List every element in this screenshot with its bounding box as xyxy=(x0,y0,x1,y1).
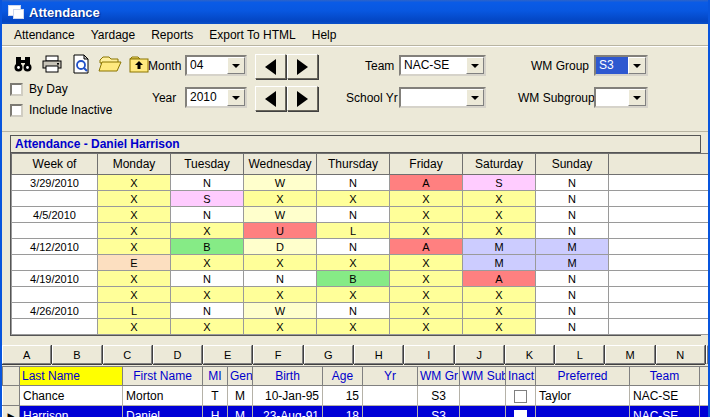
roster-cell[interactable]: NAC-SE xyxy=(630,386,700,406)
month-prev-button[interactable] xyxy=(255,54,286,79)
menu-item-export-to-html[interactable]: Export To HTML xyxy=(201,25,303,45)
year-combo[interactable]: 2010 xyxy=(185,87,247,108)
inact-cell[interactable] xyxy=(506,406,536,417)
attendance-cell[interactable]: X xyxy=(98,191,171,207)
attendance-cell[interactable]: X xyxy=(463,319,536,335)
attendance-cell[interactable]: S xyxy=(463,175,536,191)
roster-cell[interactable]: 15 xyxy=(323,386,363,406)
attendance-cell[interactable]: E xyxy=(98,255,171,271)
attendance-cell[interactable]: N xyxy=(317,175,390,191)
attendance-cell[interactable]: N xyxy=(244,271,317,287)
attendance-cell[interactable]: A xyxy=(463,271,536,287)
attendance-cell[interactable]: X xyxy=(98,287,171,303)
attendance-cell[interactable]: X xyxy=(244,287,317,303)
attendance-cell[interactable]: X xyxy=(390,191,463,207)
roster-cell[interactable] xyxy=(363,386,418,406)
roster-cell[interactable]: S3 xyxy=(418,406,460,417)
attendance-cell[interactable]: N xyxy=(317,207,390,223)
attendance-cell[interactable]: N xyxy=(536,207,609,223)
attendance-cell[interactable]: X xyxy=(390,319,463,335)
roster-col-header-team[interactable]: Team xyxy=(630,367,700,386)
attendance-cell[interactable]: X xyxy=(390,303,463,319)
roster-cell[interactable]: 23-Aug-91 xyxy=(253,406,323,417)
menu-item-attendance[interactable]: Attendance xyxy=(6,25,83,45)
attendance-cell[interactable]: X xyxy=(463,223,536,239)
attendance-cell[interactable]: X xyxy=(98,223,171,239)
attendance-cell[interactable]: X xyxy=(244,191,317,207)
column-letter-button-e[interactable]: E xyxy=(203,345,252,364)
column-letter-button-f[interactable]: F xyxy=(253,345,302,364)
column-letter-button-l[interactable]: L xyxy=(555,345,604,364)
attendance-cell[interactable]: X xyxy=(390,223,463,239)
attendance-cell[interactable]: X xyxy=(171,223,244,239)
roster-cell[interactable]: Harrison xyxy=(20,406,123,417)
attendance-cell[interactable]: X xyxy=(98,175,171,191)
roster-cell[interactable]: Taylor xyxy=(536,386,630,406)
column-letter-button-c[interactable]: C xyxy=(103,345,152,364)
column-letter-button-j[interactable]: J xyxy=(455,345,504,364)
attendance-cell[interactable]: X xyxy=(390,271,463,287)
attendance-cell[interactable]: X xyxy=(171,255,244,271)
column-letter-button-n[interactable]: N xyxy=(656,345,705,364)
attendance-cell[interactable]: X xyxy=(463,287,536,303)
attendance-cell[interactable]: N xyxy=(536,271,609,287)
roster-cell[interactable]: H xyxy=(203,406,228,417)
month-next-button[interactable] xyxy=(287,54,318,79)
menu-item-yardage[interactable]: Yardage xyxy=(83,25,143,45)
attendance-cell[interactable]: X xyxy=(98,319,171,335)
roster-col-header-gen[interactable]: Gen xyxy=(228,367,253,386)
attendance-cell[interactable]: M xyxy=(536,255,609,271)
roster-cell[interactable]: S3 xyxy=(418,386,460,406)
attendance-cell[interactable]: N xyxy=(317,303,390,319)
attendance-cell[interactable]: X xyxy=(98,271,171,287)
attendance-cell[interactable]: X xyxy=(390,255,463,271)
roster-col-header-age[interactable]: Age xyxy=(323,367,363,386)
attendance-cell[interactable]: W xyxy=(244,303,317,319)
roster-cell[interactable]: Chance xyxy=(20,386,123,406)
attendance-cell[interactable]: M xyxy=(463,239,536,255)
wm-subgroup-dropdown-arrow-icon[interactable] xyxy=(628,89,646,106)
roster-cell[interactable]: M xyxy=(228,406,253,417)
attendance-cell[interactable]: B xyxy=(171,239,244,255)
attendance-cell[interactable]: X xyxy=(390,207,463,223)
team-dropdown-arrow-icon[interactable] xyxy=(466,57,484,74)
attendance-cell[interactable]: L xyxy=(98,303,171,319)
attendance-cell[interactable]: N xyxy=(536,303,609,319)
column-letter-button-i[interactable]: I xyxy=(404,345,453,364)
roster-col-header-inact[interactable]: Inact xyxy=(506,367,536,386)
print-preview-icon[interactable] xyxy=(68,52,94,76)
roster-col-header-mi[interactable]: MI xyxy=(203,367,228,386)
year-next-button[interactable] xyxy=(287,86,318,111)
row-selector[interactable] xyxy=(3,386,20,406)
roster-cell[interactable]: Daniel xyxy=(123,406,203,417)
attendance-cell[interactable]: N xyxy=(317,239,390,255)
attendance-cell[interactable]: W xyxy=(244,175,317,191)
roster-cell[interactable]: 10-Jan-95 xyxy=(253,386,323,406)
attendance-cell[interactable]: N xyxy=(536,287,609,303)
attendance-cell[interactable]: U xyxy=(244,223,317,239)
attendance-cell[interactable]: X xyxy=(317,319,390,335)
attendance-cell[interactable]: X xyxy=(463,191,536,207)
year-prev-button[interactable] xyxy=(255,86,286,111)
attendance-cell[interactable]: N xyxy=(536,191,609,207)
attendance-cell[interactable]: X xyxy=(244,255,317,271)
attendance-cell[interactable]: M xyxy=(536,239,609,255)
month-combo[interactable]: 04 xyxy=(185,55,247,76)
attendance-cell[interactable]: S xyxy=(171,191,244,207)
attendance-cell[interactable]: X xyxy=(317,255,390,271)
roster-col-header-birth[interactable]: Birth xyxy=(253,367,323,386)
roster-col-header-first-name[interactable]: First Name xyxy=(123,367,203,386)
column-letter-button-d[interactable]: D xyxy=(153,345,202,364)
find-icon[interactable] xyxy=(10,52,36,76)
attendance-cell[interactable]: W xyxy=(244,207,317,223)
roster-cell[interactable]: Morton xyxy=(123,386,203,406)
attendance-cell[interactable]: B xyxy=(317,271,390,287)
column-letter-button-h[interactable]: H xyxy=(354,345,403,364)
attendance-cell[interactable]: X xyxy=(317,191,390,207)
roster-col-header-wm-sub[interactable]: WM Sub xyxy=(460,367,506,386)
roster-col-header-last-name[interactable]: Last Name xyxy=(20,367,123,386)
attendance-cell[interactable]: A xyxy=(390,239,463,255)
attendance-cell[interactable]: X xyxy=(171,319,244,335)
attendance-cell[interactable]: N xyxy=(171,271,244,287)
column-letter-button-a[interactable]: A xyxy=(2,345,51,364)
